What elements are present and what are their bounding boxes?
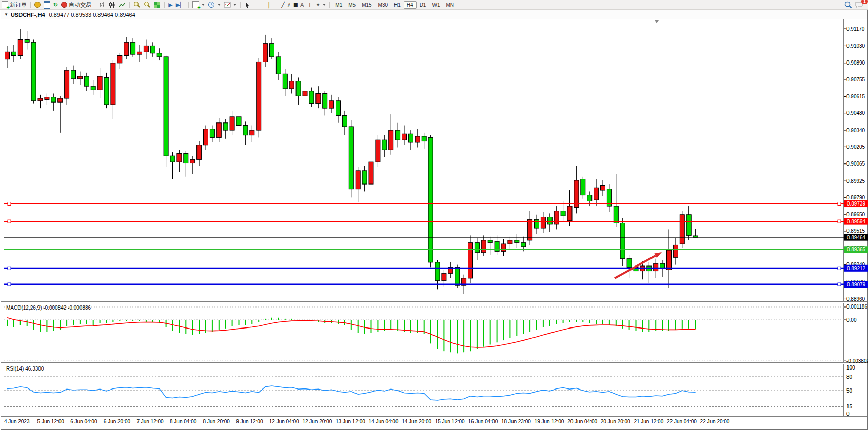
macd-tick-label: 0.001186 [846, 304, 867, 310]
candle-down [11, 52, 16, 55]
tab-timeframe-m1[interactable]: M1 [332, 1, 345, 9]
time-axis-label: 12 Jun 20:00 [302, 419, 332, 424]
candle-down [408, 134, 413, 142]
hline-handle[interactable] [8, 283, 11, 286]
price-badge-label: 0.89079 [847, 282, 866, 288]
tab-timeframe-m15[interactable]: M15 [359, 1, 374, 9]
candle-up [554, 211, 559, 224]
candle-down [243, 126, 248, 135]
candle-down [309, 91, 314, 104]
candle-down [620, 223, 625, 258]
price-badge-label: 0.89212 [847, 265, 866, 271]
tab-timeframe-mn[interactable]: MN [443, 1, 457, 9]
bar-chart-button[interactable] [97, 1, 107, 9]
hline-handle[interactable] [8, 220, 11, 223]
price-tick-label: 0.90615 [846, 94, 865, 99]
vertical-line-tool-button[interactable]: │ [266, 1, 273, 9]
price-badge-label: 0.89464 [847, 235, 866, 240]
text-tool-label: A [300, 2, 304, 8]
hline-handle[interactable] [8, 267, 11, 270]
notification-count-badge: 1 [861, 0, 868, 4]
candle-down [627, 259, 632, 268]
arrows-tool-button[interactable]: ✦ [314, 1, 327, 9]
candle-up [137, 52, 142, 54]
vertical-line-icon: │ [268, 2, 271, 8]
hline-handle[interactable] [838, 267, 841, 270]
candle-up [177, 153, 182, 162]
candle-up [263, 44, 268, 62]
text-tool-button[interactable]: A [299, 1, 305, 9]
candle-up [124, 42, 129, 55]
add-indicator-button[interactable] [191, 1, 206, 9]
candle-down [84, 76, 89, 86]
market-watch-button[interactable] [33, 1, 42, 9]
candle-down [686, 215, 691, 236]
toolbar-separator [240, 2, 241, 8]
candle-down [223, 123, 228, 130]
trendline-tool-button[interactable]: ╱ [280, 1, 286, 9]
template-button[interactable] [222, 1, 238, 9]
candle-down [515, 240, 519, 243]
zoom-out-button[interactable] [142, 1, 152, 9]
candle-up [442, 273, 446, 280]
macd-indicator-label: MACD(12,26,9) -0.000842 -0.000886 [6, 305, 91, 311]
candle-up [117, 56, 122, 63]
time-axis-label: 6 Jun 04:00 [70, 419, 97, 424]
hline-handle[interactable] [838, 283, 841, 286]
toolbar-separator [329, 2, 330, 8]
collapse-chart-button[interactable]: ▼ [4, 12, 8, 17]
candle-up [38, 98, 43, 101]
hline-handle[interactable] [838, 220, 841, 223]
candle-down [547, 217, 552, 224]
candle-up [594, 188, 599, 200]
hline-handle[interactable] [838, 202, 841, 206]
price-tick-label: 0.90480 [846, 110, 865, 116]
tab-timeframe-h4[interactable]: H4 [404, 1, 417, 9]
toolbar-separator [30, 2, 31, 8]
time-axis-label: 5 Jun 12:00 [37, 419, 65, 424]
new-order-button[interactable]: 新订单 [0, 1, 28, 9]
candle-down [164, 57, 168, 156]
notifications-button[interactable]: 1 [854, 1, 865, 9]
candle-down [131, 42, 135, 54]
candle-up [18, 39, 23, 55]
price-badge-label: 0.89739 [847, 201, 866, 207]
channel-tool-button[interactable]: ⫽ [286, 1, 292, 9]
zoom-in-button[interactable] [132, 1, 142, 9]
tab-timeframe-m30[interactable]: M30 [375, 1, 391, 9]
auto-scroll-button[interactable]: ▶ [167, 1, 174, 9]
time-axis-label: 21 Jun 12:00 [634, 419, 663, 424]
cursor-tool-button[interactable] [243, 1, 252, 9]
time-axis-label: 22 Jun 04:00 [667, 419, 697, 424]
tile-windows-button[interactable] [152, 1, 162, 9]
tab-timeframe-w1[interactable]: W1 [429, 1, 443, 9]
toolbar-separator [188, 2, 189, 8]
label-tool-label: T [307, 2, 312, 8]
navigator-button[interactable]: ↻ [52, 1, 60, 9]
candlestick-chart-button[interactable] [107, 1, 117, 9]
hline-handle[interactable] [8, 202, 11, 206]
candle-up [415, 136, 420, 142]
candle-down [283, 74, 287, 89]
fibonacci-tool-button[interactable]: ≣ [292, 1, 299, 9]
label-tool-button[interactable]: T [305, 1, 314, 9]
price-badge-label: 0.89365 [847, 247, 866, 252]
autotrading-button[interactable]: 自动交易 [60, 1, 93, 9]
tab-timeframe-h1[interactable]: H1 [391, 1, 404, 9]
time-axis-label: 15 Jun 12:00 [435, 419, 465, 424]
price-tick-label: 0.91030 [846, 43, 865, 49]
search-button[interactable] [843, 1, 854, 9]
chart-shift-button[interactable]: ▶▏ [174, 1, 186, 9]
data-window-button[interactable] [42, 1, 52, 9]
line-chart-button[interactable] [117, 1, 127, 9]
candle-down [25, 39, 29, 42]
candle-down [561, 211, 565, 216]
horizontal-line-tool-button[interactable]: ─ [272, 1, 280, 9]
rsi-indicator-label: RSI(14) 46.3300 [6, 366, 44, 372]
time-axis-label: 14 Jun 04:00 [369, 419, 399, 424]
period-button[interactable] [206, 1, 222, 9]
crosshair-tool-button[interactable] [252, 1, 262, 9]
chart-canvas[interactable]: 0.911700.910300.908900.907550.906150.904… [0, 0, 868, 430]
tab-timeframe-m5[interactable]: M5 [345, 1, 359, 9]
tab-timeframe-d1[interactable]: D1 [417, 1, 429, 9]
